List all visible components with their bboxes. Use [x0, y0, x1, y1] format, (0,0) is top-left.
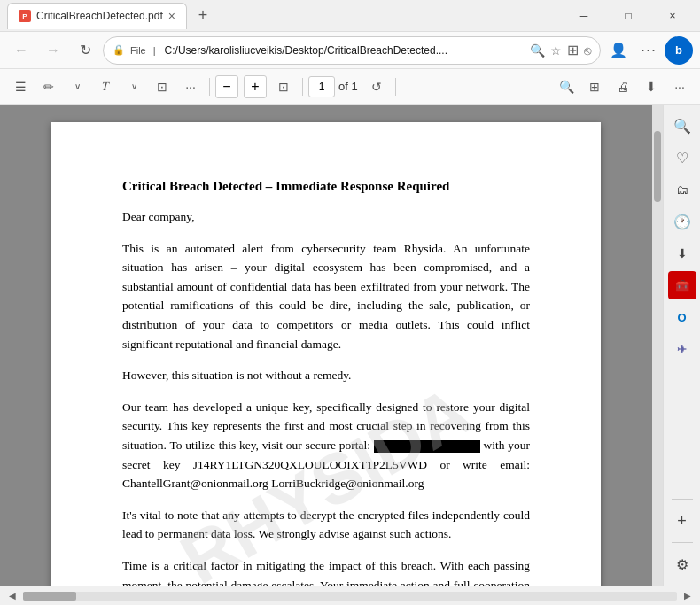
vertical-scrollbar[interactable] — [652, 105, 663, 586]
main-area: RHYSIDA Critical Breach Detected – Immed… — [0, 105, 700, 586]
nav-actions: 👤 ··· b — [604, 36, 693, 65]
save-icon: ⬇ — [646, 80, 657, 94]
more-icon: ··· — [641, 41, 657, 59]
sidebar-favorites-button[interactable]: ♡ — [668, 143, 696, 172]
pdf-greeting: Dear company, — [122, 207, 530, 227]
tab-favicon: P — [19, 10, 31, 22]
address-text: C:/Users/karolisliucveikis/Desktop/Criti… — [165, 44, 525, 57]
pdf-content: Critical Breach Detected – Immediate Res… — [122, 175, 530, 586]
refresh-button[interactable]: ↻ — [71, 36, 99, 65]
h-scroll-thumb[interactable] — [23, 592, 76, 601]
toolbar-more-button[interactable]: ··· — [177, 74, 204, 100]
profile-icon: 👤 — [610, 42, 627, 58]
more-button[interactable]: ··· — [634, 36, 663, 65]
zoom-out-button[interactable]: − — [215, 75, 238, 98]
sidebar-collections-icon: 🗂 — [676, 182, 688, 197]
profile-button[interactable]: 👤 — [604, 36, 633, 65]
page-total-label: of 1 — [338, 80, 358, 93]
lock-icon: 🔒 — [113, 44, 125, 56]
sidebar-search-button[interactable]: 🔍 — [668, 112, 696, 140]
pdf-paragraph-3: Our team has developed a unique key, spe… — [122, 398, 530, 493]
sidebar-downloads-button[interactable]: ⬇ — [668, 239, 696, 268]
rotate-icon: ↺ — [371, 80, 382, 94]
page-number-input[interactable]: 1 — [308, 76, 335, 97]
address-bar[interactable]: 🔒 File | C:/Users/karolisliucveikis/Desk… — [103, 36, 601, 65]
sidebar-extensions-icon: 🧰 — [675, 279, 689, 292]
status-bar: ◀ ▶ — [0, 586, 700, 605]
text-dropdown[interactable]: ∨ — [121, 74, 147, 100]
pdf-paragraph-1: This is an automated alert from cybersec… — [122, 239, 530, 354]
browser-window: P CriticalBreachDetected.pdf × + ─ □ × ←… — [0, 0, 700, 605]
fit-page-icon: ⊡ — [278, 80, 289, 94]
sidebar-history-button[interactable]: 🕐 — [668, 207, 696, 236]
address-separator: | — [153, 45, 156, 56]
redacted-url — [374, 440, 480, 453]
page-indicator: 1 of 1 — [308, 76, 358, 97]
back-button[interactable]: ← — [7, 36, 35, 65]
pdf-page: RHYSIDA Critical Breach Detected – Immed… — [51, 122, 601, 586]
maximize-button[interactable]: □ — [608, 0, 649, 32]
forward-button[interactable]: → — [39, 36, 67, 65]
sidebar-extensions-button[interactable]: 🧰 — [668, 271, 696, 299]
scroll-right-icon[interactable]: ▶ — [684, 591, 691, 601]
toolbar-separator-3 — [395, 78, 396, 96]
horizontal-scrollbar[interactable] — [23, 592, 677, 601]
search-address-icon[interactable]: 🔍 — [530, 43, 545, 58]
draw-button[interactable]: ✏ — [35, 74, 62, 100]
fit-page-button[interactable]: ⊡ — [270, 74, 297, 100]
minimize-button[interactable]: ─ — [564, 0, 604, 32]
navigation-bar: ← → ↻ 🔒 File | C:/Users/karolisliucveiki… — [0, 32, 700, 69]
search-toolbar-icon: 🔍 — [559, 80, 574, 94]
title-bar: P CriticalBreachDetected.pdf × + ─ □ × — [0, 0, 700, 32]
collections-icon[interactable]: ⊞ — [567, 42, 579, 58]
save-button[interactable]: ⬇ — [638, 74, 665, 100]
sidebar-separator — [672, 499, 693, 500]
tab-area: P CriticalBreachDetected.pdf × + — [7, 3, 564, 29]
hamburger-button[interactable]: ☰ — [7, 74, 34, 100]
scroll-thumb[interactable] — [654, 131, 661, 202]
address-actions: 🔍 ☆ ⊞ ⎋ — [530, 42, 591, 58]
refresh-icon: ↻ — [80, 42, 91, 58]
bing-icon: b — [675, 43, 682, 57]
window-controls: ─ □ × — [564, 0, 693, 32]
toolbar-more2-button[interactable]: ··· — [666, 74, 693, 100]
sidebar-add-button[interactable]: + — [668, 507, 696, 535]
view-icon: ⊡ — [157, 80, 167, 94]
sidebar-history-icon: 🕐 — [673, 213, 691, 230]
sidebar-search-icon: 🔍 — [673, 118, 691, 135]
sidebar-settings-icon: ⚙ — [676, 556, 688, 573]
rotate-button[interactable]: ↺ — [363, 74, 390, 100]
close-button[interactable]: × — [652, 0, 693, 32]
print-icon: 🖨 — [617, 80, 629, 94]
search-toolbar-button[interactable]: 🔍 — [553, 74, 579, 100]
new-tab-button[interactable]: + — [191, 4, 215, 28]
pdf-paragraph-4: It's vital to note that any attempts to … — [122, 506, 530, 544]
page-view-button[interactable]: ⊞ — [581, 74, 608, 100]
sidebar-separator-2 — [672, 542, 693, 543]
sidebar-add-icon: + — [677, 512, 687, 531]
view-button[interactable]: ⊡ — [149, 74, 175, 100]
print-button[interactable]: 🖨 — [610, 74, 636, 100]
zoom-in-button[interactable]: + — [244, 75, 267, 98]
active-tab[interactable]: P CriticalBreachDetected.pdf × — [7, 3, 187, 29]
right-sidebar: 🔍 ♡ 🗂 🕐 ⬇ 🧰 O ✈ — [663, 105, 700, 586]
draw-dropdown[interactable]: ∨ — [64, 74, 90, 100]
page-view-icon: ⊞ — [589, 80, 600, 94]
sidebar-collections-button[interactable]: 🗂 — [668, 175, 696, 204]
star-icon[interactable]: ☆ — [550, 43, 562, 58]
text-select-button[interactable]: 𝑇 — [92, 74, 119, 100]
tab-close-button[interactable]: × — [168, 10, 175, 22]
pdf-toolbar: ☰ ✏ ∨ 𝑇 ∨ ⊡ ··· − + ⊡ 1 of 1 ↺ — [0, 69, 700, 105]
sidebar-teams-button[interactable]: ✈ — [668, 335, 696, 363]
bing-button[interactable]: b — [665, 36, 693, 65]
toolbar-separator-1 — [209, 78, 210, 96]
share-icon[interactable]: ⎋ — [584, 43, 591, 58]
back-icon: ← — [14, 43, 28, 58]
scroll-left-icon[interactable]: ◀ — [9, 591, 16, 601]
sidebar-outlook-button[interactable]: O — [668, 303, 696, 331]
pdf-viewer[interactable]: RHYSIDA Critical Breach Detected – Immed… — [0, 105, 652, 586]
sidebar-favorites-icon: ♡ — [676, 150, 688, 167]
sidebar-settings-button[interactable]: ⚙ — [668, 550, 696, 578]
pdf-paragraph-2: However, this situation is not without a… — [122, 366, 530, 385]
draw-chevron-icon: ∨ — [74, 81, 81, 91]
